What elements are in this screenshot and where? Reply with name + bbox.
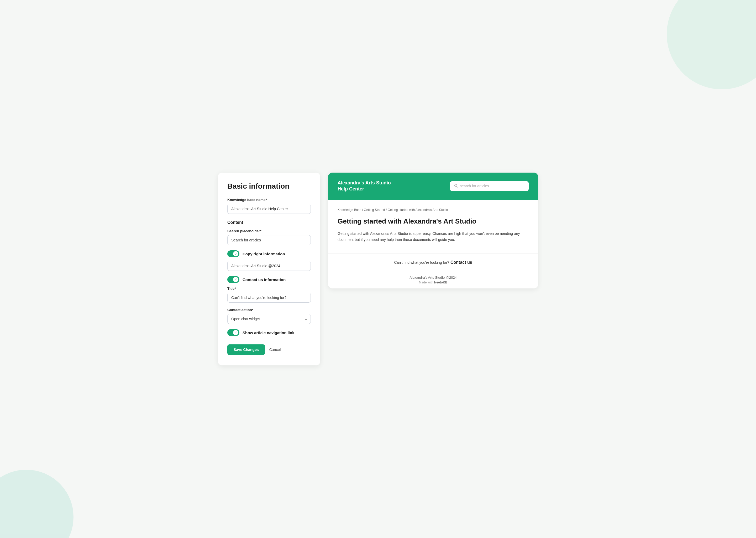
nav-link-toggle-label: Show article navigation link <box>243 331 295 335</box>
preview-contact-section: Can't find what you're looking for? Cont… <box>328 253 538 271</box>
preview-body: Knowledge Base / Getting Started / Getti… <box>328 200 538 243</box>
contact-title-label: Title* <box>227 287 311 291</box>
made-with-prefix: Made with <box>419 281 434 284</box>
contact-title-field-group: Title* <box>227 287 311 303</box>
copyright-toggle-row: ✓ Copy right information <box>227 250 311 257</box>
kb-name-input[interactable] <box>227 204 311 214</box>
contact-title-input[interactable] <box>227 293 311 303</box>
contact-toggle[interactable]: ✓ <box>227 276 239 283</box>
nav-link-toggle-row: ✓ Show article navigation link <box>227 329 311 336</box>
article-body: Getting started with Alexandra's Arts St… <box>338 231 529 243</box>
nav-link-toggle[interactable]: ✓ <box>227 329 239 336</box>
main-container: Basic information Knowledge base name* C… <box>208 162 548 376</box>
copyright-field-group <box>227 261 311 271</box>
contact-cant-find-text: Can't find what you're looking for? <box>394 260 449 265</box>
right-panel: Alexandra's Arts Studio Help Center sear… <box>328 173 538 289</box>
preview-header: Alexandra's Arts Studio Help Center sear… <box>328 173 538 200</box>
preview-search-placeholder: search for articles <box>460 184 489 188</box>
save-button[interactable]: Save Changes <box>227 345 265 355</box>
contact-toggle-row: ✓ Contact us information <box>227 276 311 283</box>
brand-line2: Help Center <box>338 186 364 191</box>
preview-brand: Alexandra's Arts Studio Help Center <box>338 180 391 192</box>
preview-search-box[interactable]: search for articles <box>450 181 529 191</box>
contact-us-link[interactable]: Contact us <box>450 260 472 265</box>
search-placeholder-input[interactable] <box>227 235 311 245</box>
bg-decoration-bottom-left <box>0 470 73 538</box>
copyright-toggle-label: Copy right information <box>243 252 285 256</box>
panel-title: Basic information <box>227 182 311 190</box>
contact-toggle-check: ✓ <box>235 278 237 281</box>
contact-action-field-group: Contact action* Open chat widget Send em… <box>227 308 311 324</box>
action-row: Save Changes Cancel <box>227 345 311 355</box>
contact-toggle-label: Contact us information <box>243 277 286 282</box>
copyright-toggle[interactable]: ✓ <box>227 250 239 257</box>
kb-name-field-group: Knowledge base name* <box>227 198 311 214</box>
kb-name-label: Knowledge base name* <box>227 198 311 202</box>
bg-decoration-top-right <box>667 0 756 89</box>
brand-line1: Alexandra's Arts Studio <box>338 180 391 186</box>
copyright-toggle-check: ✓ <box>235 252 237 255</box>
preview-made-with: Made with NeetoKB <box>338 281 529 284</box>
content-section: Content Search placeholder* ✓ Copy right… <box>227 220 311 336</box>
cancel-button[interactable]: Cancel <box>269 348 281 352</box>
search-placeholder-label: Search placeholder* <box>227 229 311 233</box>
made-with-brand: NeetoKB <box>434 281 448 284</box>
search-placeholder-field-group: Search placeholder* <box>227 229 311 245</box>
contact-action-select[interactable]: Open chat widget Send email Link to URL <box>227 314 311 324</box>
left-panel: Basic information Knowledge base name* C… <box>218 173 320 365</box>
copyright-input[interactable] <box>227 261 311 271</box>
svg-line-1 <box>457 186 458 187</box>
preview-copyright: Alexandra's Arts Studio @2024 <box>338 276 529 280</box>
article-title: Getting started with Alexandra's Art Stu… <box>338 217 529 226</box>
preview-footer: Alexandra's Arts Studio @2024 Made with … <box>328 271 538 289</box>
nav-link-toggle-check: ✓ <box>235 331 237 334</box>
contact-action-select-wrapper: Open chat widget Send email Link to URL … <box>227 314 311 324</box>
breadcrumb: Knowledge Base / Getting Started / Getti… <box>338 208 529 212</box>
content-section-title: Content <box>227 220 311 225</box>
search-icon <box>454 184 458 188</box>
contact-action-label: Contact action* <box>227 308 311 312</box>
